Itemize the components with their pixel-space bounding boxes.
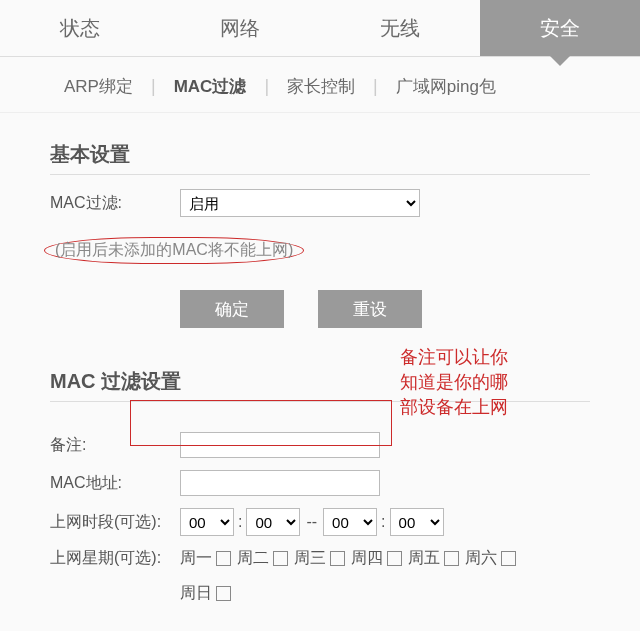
checkbox-tue[interactable] (273, 551, 288, 566)
checkbox-sun[interactable] (216, 586, 231, 601)
day-label: 周四 (351, 548, 383, 569)
day-label: 周三 (294, 548, 326, 569)
select-mac-filter[interactable]: 启用 (180, 189, 420, 217)
checkbox-thu[interactable] (387, 551, 402, 566)
day-sun[interactable]: 周日 (180, 583, 231, 604)
section-divider (50, 401, 590, 402)
row-mac-filter: MAC过滤: 启用 (50, 189, 640, 217)
separator: | (250, 76, 283, 97)
button-row: 确定 重设 (180, 290, 640, 328)
subtab-arp[interactable]: ARP绑定 (60, 75, 137, 98)
checkbox-sat[interactable] (501, 551, 516, 566)
day-sat[interactable]: 周六 (465, 548, 516, 569)
day-label: 周五 (408, 548, 440, 569)
checkbox-wed[interactable] (330, 551, 345, 566)
row-time-range: 上网时段(可选): 00 : 00 -- 00 : 00 (50, 508, 640, 536)
separator: | (359, 76, 392, 97)
weekday-group: 周一 周二 周三 周四 周五 周六 周日 (180, 548, 540, 604)
select-end-minute[interactable]: 00 (390, 508, 444, 536)
label-mac-address: MAC地址: (50, 473, 180, 494)
day-label: 周一 (180, 548, 212, 569)
tab-wireless[interactable]: 无线 (320, 0, 480, 56)
tab-status[interactable]: 状态 (0, 0, 160, 56)
row-mac-address: MAC地址: (50, 470, 640, 496)
hint-text: (启用后未添加的MAC将不能上网) (44, 237, 304, 264)
checkbox-fri[interactable] (444, 551, 459, 566)
day-wed[interactable]: 周三 (294, 548, 345, 569)
row-remark: 备注: (50, 432, 640, 458)
colon: : (381, 513, 385, 531)
day-label: 周六 (465, 548, 497, 569)
label-remark: 备注: (50, 435, 180, 456)
subtab-wan-ping[interactable]: 广域网ping包 (392, 75, 500, 98)
label-mac-filter: MAC过滤: (50, 193, 180, 214)
sub-nav: ARP绑定 | MAC过滤 | 家长控制 | 广域网ping包 (0, 57, 640, 108)
day-mon[interactable]: 周一 (180, 548, 231, 569)
section-title-basic: 基本设置 (50, 141, 640, 168)
dash: -- (306, 513, 317, 531)
select-start-hour[interactable]: 00 (180, 508, 234, 536)
subtab-parent-control[interactable]: 家长控制 (283, 75, 359, 98)
separator: | (137, 76, 170, 97)
row-weekdays: 上网星期(可选): 周一 周二 周三 周四 周五 周六 周日 (50, 548, 640, 604)
label-weekdays: 上网星期(可选): (50, 548, 180, 569)
section-divider (50, 174, 590, 175)
annotation-text: 备注可以让你 知道是你的哪 部设备在上网 (400, 345, 508, 421)
day-thu[interactable]: 周四 (351, 548, 402, 569)
section-title-filter: MAC 过滤设置 (50, 368, 640, 395)
select-start-minute[interactable]: 00 (246, 508, 300, 536)
colon: : (238, 513, 242, 531)
ok-button[interactable]: 确定 (180, 290, 284, 328)
day-label: 周二 (237, 548, 269, 569)
day-label: 周日 (180, 583, 212, 604)
select-end-hour[interactable]: 00 (323, 508, 377, 536)
main-nav: 状态 网络 无线 安全 (0, 0, 640, 56)
content-area: 基本设置 MAC过滤: 启用 (启用后未添加的MAC将不能上网) 确定 重设 M… (0, 113, 640, 604)
tab-network[interactable]: 网络 (160, 0, 320, 56)
label-time-range: 上网时段(可选): (50, 512, 180, 533)
day-tue[interactable]: 周二 (237, 548, 288, 569)
input-mac-address[interactable] (180, 470, 380, 496)
checkbox-mon[interactable] (216, 551, 231, 566)
subtab-mac-filter[interactable]: MAC过滤 (170, 75, 251, 98)
input-remark[interactable] (180, 432, 380, 458)
day-fri[interactable]: 周五 (408, 548, 459, 569)
tab-security[interactable]: 安全 (480, 0, 640, 56)
reset-button[interactable]: 重设 (318, 290, 422, 328)
